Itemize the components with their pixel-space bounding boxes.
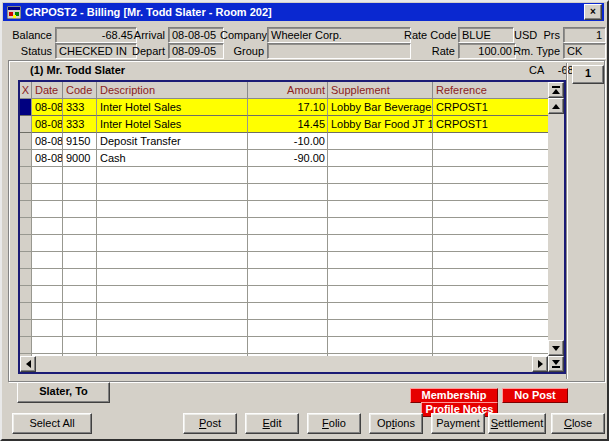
row-select-cell[interactable]: [20, 201, 32, 218]
row-select-cell[interactable]: [20, 286, 32, 303]
cell: [328, 337, 433, 354]
cell: [433, 150, 548, 167]
cell: CRPOST1: [433, 116, 548, 133]
cell: Lobby Bar Food JT 12/08/08: [328, 116, 433, 133]
cell: [97, 286, 248, 303]
table-row[interactable]: [20, 218, 548, 235]
table-row[interactable]: 08-08333Inter Hotel Sales17.10Lobby Bar …: [20, 99, 548, 116]
cell: [433, 303, 548, 320]
rate-field[interactable]: 100.00: [458, 43, 516, 59]
edit-button[interactable]: Edit: [245, 413, 299, 434]
cell: [328, 252, 433, 269]
post-button[interactable]: Post: [183, 413, 237, 434]
row-select-cell[interactable]: [20, 184, 32, 201]
table-row[interactable]: [20, 320, 548, 337]
folio-button[interactable]: Folio: [307, 413, 361, 434]
row-select-cell[interactable]: [20, 150, 32, 167]
grid-header-row: XDateCodeDescriptionAmountSupplementRefe…: [20, 82, 548, 99]
grid-body: 08-08333Inter Hotel Sales17.10Lobby Bar …: [20, 99, 548, 356]
close-button[interactable]: Close: [551, 413, 605, 434]
row-select-cell[interactable]: [20, 167, 32, 184]
cell: [433, 167, 548, 184]
cell: [433, 201, 548, 218]
cell: 08-08: [32, 116, 63, 133]
options-button[interactable]: Options: [369, 413, 423, 434]
no-post-badge: No Post: [502, 388, 568, 403]
scroll-up-button[interactable]: [548, 98, 564, 114]
scroll-to-top-button[interactable]: [548, 82, 564, 98]
cell: [328, 218, 433, 235]
table-row[interactable]: [20, 303, 548, 320]
balance-label: Balance: [8, 29, 52, 42]
horizontal-scroll-track[interactable]: [36, 356, 532, 372]
persons-field[interactable]: 1: [563, 27, 606, 43]
membership-badge[interactable]: Membership: [410, 388, 498, 403]
table-row[interactable]: [20, 269, 548, 286]
row-select-cell[interactable]: [20, 235, 32, 252]
rate-code-field[interactable]: BLUE: [458, 27, 514, 43]
row-select-cell[interactable]: [20, 99, 32, 116]
table-row[interactable]: [20, 286, 548, 303]
row-select-cell[interactable]: [20, 320, 32, 337]
cell: [433, 269, 548, 286]
group-label: Group: [220, 45, 264, 58]
table-row[interactable]: 08-08333Inter Hotel Sales14.45Lobby Bar …: [20, 116, 548, 133]
cell: [433, 184, 548, 201]
scroll-to-bottom-button[interactable]: [548, 356, 564, 372]
title-bar[interactable]: CRPOST2 - Billing [Mr. Todd Slater - Roo…: [3, 3, 604, 21]
table-row[interactable]: 08-089000Cash-90.00: [20, 150, 548, 167]
table-row[interactable]: [20, 337, 548, 354]
guest-name-tab[interactable]: Slater, To: [17, 382, 110, 403]
scroll-left-button[interactable]: [20, 356, 36, 372]
row-select-cell[interactable]: [20, 303, 32, 320]
folio-panel: (1) Mr. Todd Slater CA -68.45 XDateCodeD…: [8, 60, 605, 382]
cell: [32, 218, 63, 235]
payment-button[interactable]: Payment: [431, 413, 485, 434]
company-field[interactable]: Wheeler Corp.: [267, 27, 411, 43]
folio-window-1-button[interactable]: 1: [572, 65, 604, 84]
cell: Inter Hotel Sales: [97, 99, 248, 116]
row-select-cell[interactable]: [20, 337, 32, 354]
cell: [63, 167, 97, 184]
vertical-scrollbar[interactable]: [548, 82, 564, 356]
cell: [433, 320, 548, 337]
vertical-scroll-track[interactable]: [548, 114, 564, 340]
row-select-cell[interactable]: [20, 218, 32, 235]
row-select-cell[interactable]: [20, 269, 32, 286]
cell: 333: [63, 99, 97, 116]
table-row[interactable]: [20, 252, 548, 269]
row-select-cell[interactable]: [20, 133, 32, 150]
table-row[interactable]: [20, 235, 548, 252]
select-all-button[interactable]: Select All: [12, 413, 92, 434]
row-select-cell[interactable]: [20, 116, 32, 133]
cell: [97, 201, 248, 218]
scroll-right-button[interactable]: [532, 356, 548, 372]
cell: [63, 235, 97, 252]
room-type-field[interactable]: CK: [563, 43, 606, 59]
balance-field[interactable]: -68.45: [55, 27, 137, 43]
guest-name: (1) Mr. Todd Slater: [30, 64, 125, 76]
depart-field[interactable]: 08-09-05: [168, 43, 224, 59]
cell: [32, 201, 63, 218]
settlement-button[interactable]: Settlement: [488, 413, 546, 434]
close-window-button[interactable]: ×: [584, 4, 602, 20]
rate-label: Rate: [404, 45, 455, 58]
scroll-top-icon: [552, 89, 560, 94]
arrival-field[interactable]: 08-08-05: [168, 27, 224, 43]
scroll-down-button[interactable]: [548, 340, 564, 356]
table-row[interactable]: [20, 184, 548, 201]
horizontal-scrollbar[interactable]: [20, 356, 548, 372]
row-select-cell[interactable]: [20, 252, 32, 269]
postings-grid: XDateCodeDescriptionAmountSupplementRefe…: [18, 80, 566, 374]
table-row[interactable]: [20, 201, 548, 218]
app-icon: [7, 6, 21, 19]
depart-label: Depart: [132, 45, 165, 58]
cell: [433, 252, 548, 269]
table-row[interactable]: 08-089150Deposit Transfer-10.00: [20, 133, 548, 150]
window-tabs-strip: [566, 63, 603, 379]
table-row[interactable]: [20, 167, 548, 184]
cell: [248, 184, 328, 201]
status-field[interactable]: CHECKED IN: [55, 43, 137, 59]
cell: 9000: [63, 150, 97, 167]
group-field[interactable]: [267, 43, 411, 59]
